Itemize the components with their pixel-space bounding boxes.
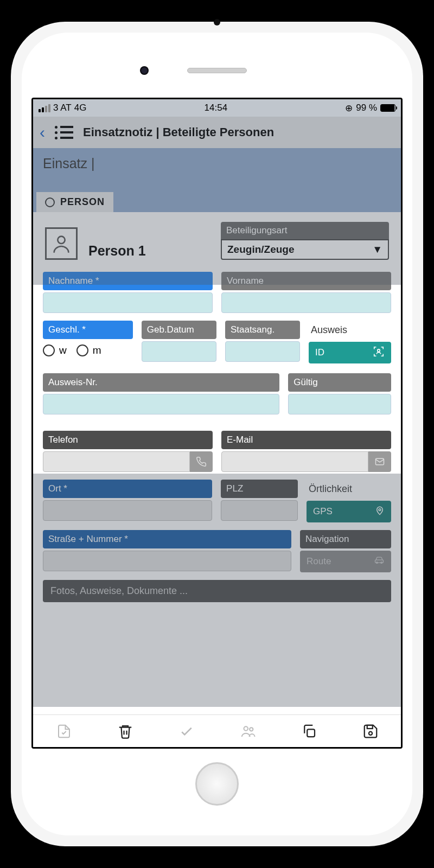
select-value: Zeugin/Zeuge — [227, 244, 295, 256]
person-header: Person 1 Beteiligungsart Zeugin/Zeuge ▼ — [33, 212, 401, 265]
attachments-section[interactable]: Fotos, Ausweise, Dokumente ... — [43, 580, 391, 602]
vorname-input[interactable] — [221, 292, 391, 313]
mail-icon[interactable] — [368, 451, 391, 472]
tab-person[interactable]: PERSON — [36, 192, 113, 212]
svg-point-1 — [378, 349, 380, 352]
email-input[interactable] — [221, 451, 368, 472]
ort-label: Ort * — [43, 480, 212, 498]
strasse-label: Straße + Nummer * — [43, 530, 291, 548]
person-title: Person 1 — [88, 243, 146, 259]
ausweis-label: Ausweis — [309, 321, 391, 340]
svg-rect-10 — [367, 725, 372, 728]
id-scan-button[interactable]: ID — [309, 342, 391, 363]
battery-percent: 99 % — [356, 103, 377, 113]
participation-type-label: Beteiligungsart — [221, 222, 389, 239]
pdf-export-icon[interactable] — [55, 722, 73, 741]
subheader: Einsatz | — [33, 148, 401, 188]
form-section-contact: Telefon E-Mail — [33, 429, 401, 609]
plz-label: PLZ — [221, 480, 298, 498]
nachname-input[interactable] — [43, 292, 213, 313]
app-header: ‹ Einsatznotiz | Beteiligte Personen — [33, 117, 401, 148]
bottom-toolbar — [33, 714, 401, 747]
plz-input[interactable] — [221, 500, 298, 521]
participation-type-select[interactable]: Zeugin/Zeuge ▼ — [221, 239, 389, 260]
svg-point-0 — [58, 237, 65, 244]
route-label: Route — [307, 556, 331, 567]
svg-point-7 — [244, 726, 248, 731]
save-icon[interactable] — [361, 722, 380, 741]
svg-point-3 — [379, 508, 381, 510]
trash-icon[interactable] — [116, 722, 135, 741]
staatsang-input[interactable] — [225, 341, 300, 362]
car-icon — [374, 555, 385, 569]
email-label: E-Mail — [221, 431, 391, 449]
proximity-sensor — [214, 19, 220, 25]
ort-input[interactable] — [43, 500, 212, 521]
svg-point-11 — [368, 731, 372, 735]
nachname-label: Nachname * — [43, 272, 213, 290]
phone-icon[interactable] — [190, 451, 213, 472]
carrier-text: 3 AT — [53, 103, 72, 113]
network-text: 4G — [74, 103, 87, 113]
clock: 14:54 — [205, 103, 228, 113]
gender-w-radio[interactable]: w — [43, 344, 67, 356]
chevron-down-icon: ▼ — [372, 244, 382, 256]
speaker-grill — [187, 68, 247, 73]
gueltig-input[interactable] — [288, 394, 391, 414]
list-menu-icon[interactable] — [55, 126, 73, 139]
gps-button[interactable]: GPS — [307, 501, 391, 522]
navigation-label: Navigation — [300, 530, 391, 548]
gueltig-label: Gültig — [288, 373, 391, 392]
staatsang-label: Staatsang. — [225, 321, 300, 339]
form-section-identity: Nachname * Vorname Geschl. * w m — [33, 265, 401, 429]
geschlecht-label: Geschl. * — [43, 321, 133, 339]
tab-label: PERSON — [60, 196, 105, 208]
home-button[interactable] — [195, 762, 239, 806]
location-pin-icon — [375, 506, 385, 518]
route-button[interactable]: Route — [300, 551, 391, 572]
avatar-placeholder-icon[interactable] — [45, 227, 78, 260]
strasse-input[interactable] — [43, 551, 291, 571]
gender-m-radio[interactable]: m — [76, 344, 101, 356]
geburtsdatum-input[interactable] — [142, 341, 216, 362]
check-icon[interactable] — [177, 722, 196, 741]
telefon-input[interactable] — [43, 451, 190, 472]
radio-icon — [45, 197, 55, 207]
copy-icon[interactable] — [300, 722, 318, 741]
ausweis-nr-label: Ausweis-Nr. — [43, 373, 279, 392]
vorname-label: Vorname — [221, 272, 391, 290]
tab-row: PERSON — [33, 188, 401, 212]
front-camera — [140, 66, 149, 75]
battery-icon — [380, 104, 395, 112]
orientation-lock-icon: ⊕ — [345, 103, 353, 114]
page-title: Einsatznotiz | Beteiligte Personen — [83, 125, 274, 139]
svg-point-8 — [250, 727, 253, 731]
ausweis-nr-input[interactable] — [43, 394, 279, 414]
status-bar: 3 AT 4G 14:54 ⊕ 99 % — [33, 99, 401, 117]
id-btn-label: ID — [315, 347, 324, 358]
gps-label: GPS — [313, 506, 333, 517]
signal-icon — [39, 104, 50, 112]
people-icon[interactable] — [239, 722, 257, 741]
geburtsdatum-label: Geb.Datum — [142, 321, 216, 339]
telefon-label: Telefon — [43, 431, 213, 449]
back-button[interactable]: ‹ — [40, 123, 45, 142]
oertlichkeit-label: Örtlichkeit — [307, 480, 391, 499]
scan-person-icon — [373, 346, 385, 360]
svg-rect-9 — [307, 729, 315, 737]
